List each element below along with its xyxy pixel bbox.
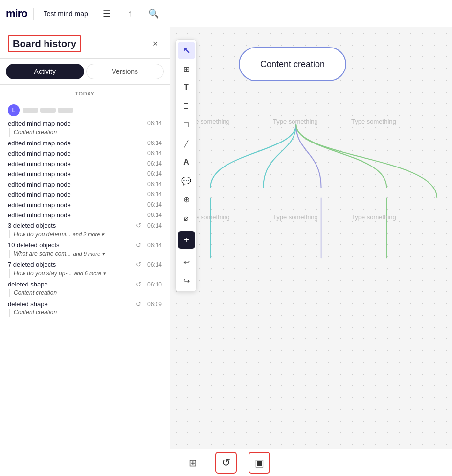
- activity-time: 06:14: [147, 212, 162, 218]
- side-panel: Board history × Activity Versions TODAY …: [0, 27, 170, 476]
- avatar: L: [8, 104, 20, 116]
- list-item: edited mind map node06:14: [0, 179, 170, 189]
- activity-time: 06:14: [147, 262, 162, 268]
- activity-text: edited mind map node: [8, 170, 71, 178]
- undo-icon: ↺: [136, 281, 141, 288]
- search-icon[interactable]: 🔍: [145, 5, 162, 23]
- tool-shape[interactable]: □: [178, 116, 195, 134]
- activity-time: 06:14: [147, 160, 162, 167]
- tool-sticky[interactable]: 🗒: [178, 97, 195, 115]
- user-blocks: [23, 108, 73, 113]
- float-toolbar: ↖ ⊞ T 🗒 □ ╱ A 💬 ⊕ ⌀ + ↩ ↪: [175, 39, 197, 292]
- branch-node-6[interactable]: Type something: [351, 214, 396, 221]
- activity-sub-text: How do you determi...and 2 more ▾: [9, 230, 162, 238]
- miro-logo: miro: [6, 7, 27, 20]
- activity-time: 06:14: [147, 120, 162, 127]
- header-divider: [33, 8, 34, 20]
- expand-button[interactable]: and 6 more ▾: [74, 270, 106, 277]
- list-item: 7 deleted objects↺06:14How do you stay u…: [0, 259, 170, 279]
- tool-pen[interactable]: ╱: [178, 135, 195, 152]
- tab-versions[interactable]: Versions: [86, 64, 164, 79]
- undo-icon: ↺: [136, 300, 141, 308]
- activity-time: 06:10: [147, 281, 162, 288]
- tab-bar: Activity Versions: [0, 59, 170, 85]
- activity-time: 06:14: [147, 191, 162, 198]
- user-block-3: [58, 108, 73, 113]
- tool-calligraphy[interactable]: A: [178, 153, 195, 171]
- activity-sub-text: What are some com...and 9 more ▾: [9, 250, 162, 258]
- board-title[interactable]: Test mind map: [40, 8, 92, 20]
- list-item: edited mind map node06:14: [0, 158, 170, 168]
- list-item: edited mind map node06:14: [0, 138, 170, 148]
- date-label: TODAY: [0, 85, 170, 100]
- main-node-text: Content creation: [260, 59, 325, 70]
- list-item: edited mind map node06:14: [0, 148, 170, 158]
- activity-text: edited mind map node: [8, 150, 71, 157]
- tool-crop[interactable]: ⊕: [178, 190, 195, 208]
- activity-text: edited mind map node: [8, 191, 71, 198]
- redo-button[interactable]: ↪: [178, 272, 195, 289]
- activity-text: edited mind map node: [8, 201, 71, 209]
- activity-items: edited mind map node06:14Content creatio…: [0, 118, 170, 318]
- tool-add[interactable]: +: [178, 231, 195, 249]
- undo-icon: ↺: [136, 261, 141, 268]
- activity-text: 3 deleted objects: [8, 222, 56, 229]
- user-row: L: [0, 100, 170, 118]
- undo-icon: ↺: [136, 241, 141, 249]
- activity-list: TODAY L edited mind map node06:14Content…: [0, 85, 170, 476]
- share-icon[interactable]: ↑: [121, 5, 139, 23]
- branch-node-5[interactable]: Type something: [273, 214, 318, 221]
- list-item: deleted shape↺06:09Content creation: [0, 298, 170, 318]
- list-item: deleted shape↺06:10Content creation: [0, 279, 170, 298]
- panel-header: Board history ×: [0, 27, 170, 59]
- expand-button[interactable]: and 2 more ▾: [73, 231, 105, 238]
- undo-button[interactable]: ↩: [178, 253, 195, 271]
- mindmap-svg: [170, 27, 452, 449]
- activity-time: 06:14: [147, 201, 162, 208]
- activity-text: edited mind map node: [8, 160, 71, 167]
- list-item: edited mind map node06:14: [0, 210, 170, 220]
- frame-tool-button[interactable]: ⊞: [182, 452, 203, 474]
- list-item: 3 deleted objects↺06:14How do you determ…: [0, 220, 170, 239]
- user-block-1: [23, 108, 38, 113]
- main-node[interactable]: Content creation: [239, 47, 346, 81]
- activity-time: 06:14: [147, 140, 162, 146]
- close-button[interactable]: ×: [148, 37, 162, 51]
- activity-time: 06:14: [147, 181, 162, 188]
- activity-sub-text: How do you stay up-...and 6 more ▾: [9, 269, 162, 278]
- app-header: miro Test mind map ☰ ↑ 🔍: [0, 0, 452, 27]
- activity-text: edited mind map node: [8, 212, 71, 219]
- branch-node-3[interactable]: Type something: [351, 118, 396, 125]
- activity-text: deleted shape: [8, 281, 48, 288]
- list-item: 10 deleted objects↺06:14What are some co…: [0, 239, 170, 259]
- history-button[interactable]: ↺: [215, 452, 237, 474]
- tool-frame[interactable]: ⊞: [178, 60, 195, 78]
- activity-text: deleted shape: [8, 300, 48, 308]
- activity-text: edited mind map node: [8, 140, 71, 147]
- expand-button[interactable]: and 9 more ▾: [73, 251, 105, 257]
- activity-time: 06:14: [147, 222, 162, 229]
- toolbar-divider-2: [178, 251, 194, 251]
- activity-time: 06:14: [147, 150, 162, 157]
- tool-text[interactable]: T: [178, 79, 195, 96]
- list-item: edited mind map node06:14: [0, 189, 170, 199]
- bottom-toolbar: ⊞ ↺ ▣: [0, 449, 452, 476]
- activity-text: edited mind map node: [8, 120, 71, 127]
- activity-sub-text: Content creation: [9, 289, 162, 297]
- canvas-area: Content creation Type something Type som…: [170, 27, 452, 449]
- tool-cursor[interactable]: ↖: [178, 42, 195, 59]
- menu-icon[interactable]: ☰: [98, 5, 115, 23]
- activity-text: 7 deleted objects: [8, 261, 56, 268]
- tab-activity[interactable]: Activity: [6, 64, 84, 79]
- tool-connect[interactable]: ⌀: [178, 209, 195, 227]
- branch-node-2[interactable]: Type something: [273, 118, 318, 125]
- activity-sub-text: Content creation: [9, 128, 162, 137]
- tool-comment[interactable]: 💬: [178, 172, 195, 190]
- panel-title: Board history: [8, 35, 81, 52]
- activity-time: 06:14: [147, 242, 162, 249]
- activity-sub-text: Content creation: [9, 309, 162, 317]
- toolbar-divider: [178, 229, 194, 229]
- activity-time: 06:09: [147, 301, 162, 308]
- panel-button[interactable]: ▣: [249, 452, 270, 474]
- activity-time: 06:14: [147, 170, 162, 177]
